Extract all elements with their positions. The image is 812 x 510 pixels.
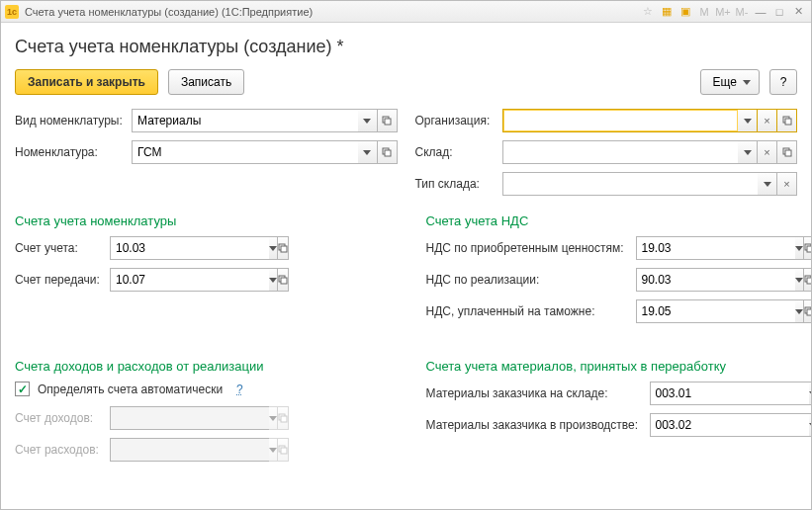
section-vat-title: Счета учета НДС bbox=[426, 213, 798, 228]
income-account-label: Счет доходов: bbox=[15, 411, 110, 425]
dropdown-icon[interactable] bbox=[358, 109, 378, 132]
account-input[interactable] bbox=[110, 236, 269, 260]
open-icon[interactable] bbox=[777, 109, 797, 132]
svg-rect-5 bbox=[785, 119, 791, 125]
section-income-title: Счета доходов и расходов от реализации bbox=[15, 359, 387, 374]
auto-accounts-label: Определять счета автоматически bbox=[38, 382, 223, 396]
clear-icon[interactable]: × bbox=[758, 109, 777, 132]
close-icon[interactable]: ✕ bbox=[789, 4, 807, 20]
nomenclature-type-label: Вид номенклатуры: bbox=[15, 114, 132, 128]
warehouse-type-label: Тип склада: bbox=[415, 177, 502, 191]
svg-rect-1 bbox=[385, 119, 391, 125]
svg-rect-17 bbox=[807, 309, 813, 315]
open-icon[interactable] bbox=[777, 140, 797, 164]
svg-rect-11 bbox=[281, 278, 287, 284]
nomenclature-label: Номенклатура: bbox=[15, 145, 132, 159]
toolbar: Записать и закрыть Записать Еще ? bbox=[15, 69, 797, 95]
calc-icon[interactable]: ▦ bbox=[658, 4, 676, 20]
dropdown-icon bbox=[269, 438, 278, 462]
dropdown-icon[interactable] bbox=[795, 299, 804, 323]
dropdown-icon[interactable] bbox=[795, 268, 804, 292]
dropdown-icon[interactable] bbox=[269, 236, 278, 260]
expense-account-label: Счет расходов: bbox=[15, 443, 110, 457]
vat-acquired-label: НДС по приобретенным ценностям: bbox=[426, 241, 636, 255]
open-icon[interactable] bbox=[278, 268, 289, 292]
more-button[interactable]: Еще bbox=[700, 69, 760, 95]
memory-m-icon[interactable]: M bbox=[695, 4, 713, 20]
open-icon[interactable] bbox=[378, 109, 398, 132]
account-label: Счет учета: bbox=[15, 241, 110, 255]
nomenclature-input[interactable] bbox=[132, 140, 358, 164]
dropdown-icon[interactable] bbox=[809, 382, 813, 405]
svg-rect-7 bbox=[785, 150, 791, 156]
memory-mplus-icon[interactable]: M+ bbox=[714, 4, 732, 20]
dropdown-icon[interactable] bbox=[738, 109, 758, 132]
star-icon[interactable]: ☆ bbox=[639, 4, 657, 20]
section-accounts-title: Счета учета номенклатуры bbox=[15, 213, 387, 228]
vat-realization-label: НДС по реализации: bbox=[426, 273, 636, 287]
warehouse-label: Склад: bbox=[415, 145, 502, 159]
save-and-close-button[interactable]: Записать и закрыть bbox=[15, 69, 158, 95]
vat-customs-input[interactable] bbox=[636, 299, 795, 323]
income-account-input bbox=[110, 406, 269, 430]
dropdown-icon[interactable] bbox=[358, 140, 378, 164]
section-materials-title: Счета учета материалов, принятых в перер… bbox=[426, 359, 798, 374]
clear-icon[interactable]: × bbox=[777, 172, 797, 196]
materials-production-input[interactable] bbox=[650, 413, 809, 437]
clear-icon[interactable]: × bbox=[758, 140, 777, 164]
save-button[interactable]: Записать bbox=[168, 69, 244, 95]
materials-warehouse-input[interactable] bbox=[650, 382, 809, 405]
open-icon[interactable] bbox=[804, 236, 813, 260]
materials-warehouse-label: Материалы заказчика на складе: bbox=[426, 386, 650, 400]
vat-acquired-input[interactable] bbox=[636, 236, 795, 260]
materials-production-label: Материалы заказчика в производстве: bbox=[426, 418, 650, 432]
open-icon[interactable] bbox=[378, 140, 398, 164]
dropdown-icon[interactable] bbox=[809, 413, 813, 437]
dropdown-icon[interactable] bbox=[795, 236, 804, 260]
svg-rect-3 bbox=[385, 150, 391, 156]
help-link[interactable]: ? bbox=[236, 382, 243, 396]
more-button-label: Еще bbox=[713, 75, 737, 89]
dropdown-icon[interactable] bbox=[738, 140, 758, 164]
open-icon bbox=[278, 438, 289, 462]
memory-mminus-icon[interactable]: M- bbox=[733, 4, 751, 20]
svg-rect-15 bbox=[807, 278, 813, 284]
dropdown-icon bbox=[269, 406, 278, 430]
transfer-account-label: Счет передачи: bbox=[15, 273, 110, 287]
warehouse-type-input[interactable] bbox=[502, 172, 759, 196]
open-icon[interactable] bbox=[804, 299, 813, 323]
window-titlebar: 1c Счета учета номенклатуры (создание) (… bbox=[1, 1, 811, 23]
organization-input[interactable] bbox=[502, 109, 739, 132]
open-icon bbox=[278, 406, 289, 430]
nomenclature-type-input[interactable] bbox=[132, 109, 358, 132]
window-title: Счета учета номенклатуры (создание) (1С:… bbox=[25, 6, 638, 18]
calendar-icon[interactable]: ▣ bbox=[677, 4, 694, 20]
page-title: Счета учета номенклатуры (создание) * bbox=[15, 37, 797, 57]
svg-rect-13 bbox=[807, 246, 813, 252]
maximize-icon[interactable]: □ bbox=[770, 4, 788, 20]
svg-rect-9 bbox=[281, 246, 287, 252]
warehouse-input[interactable] bbox=[502, 140, 739, 164]
dropdown-icon[interactable] bbox=[269, 268, 278, 292]
minimize-icon[interactable]: — bbox=[752, 4, 769, 20]
help-button[interactable]: ? bbox=[769, 69, 797, 95]
chevron-down-icon bbox=[743, 80, 751, 85]
vat-customs-label: НДС, уплаченный на таможне: bbox=[426, 304, 636, 318]
open-icon[interactable] bbox=[804, 268, 813, 292]
vat-realization-input[interactable] bbox=[636, 268, 795, 292]
auto-accounts-checkbox[interactable]: ✓ bbox=[15, 382, 30, 396]
svg-rect-19 bbox=[281, 416, 287, 422]
svg-rect-21 bbox=[281, 448, 287, 454]
open-icon[interactable] bbox=[278, 236, 289, 260]
transfer-account-input[interactable] bbox=[110, 268, 269, 292]
expense-account-input bbox=[110, 438, 269, 462]
organization-label: Организация: bbox=[415, 114, 502, 128]
dropdown-icon[interactable] bbox=[758, 172, 777, 196]
app-icon: 1c bbox=[5, 5, 19, 19]
